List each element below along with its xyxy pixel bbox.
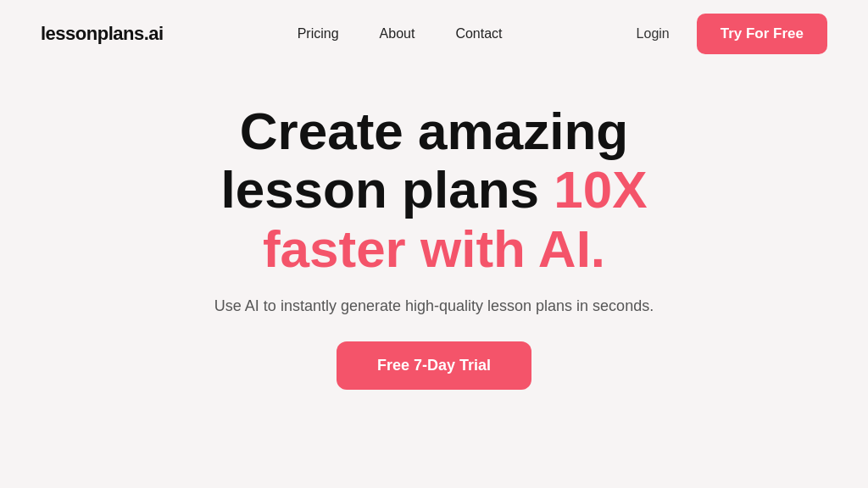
login-link[interactable]: Login (637, 26, 670, 42)
free-trial-button[interactable]: Free 7-Day Trial (337, 341, 531, 390)
nav-item-pricing[interactable]: Pricing (298, 26, 339, 42)
brand-logo[interactable]: lessonplans.ai (41, 23, 164, 45)
hero-subtitle: Use AI to instantly generate high-qualit… (214, 295, 654, 318)
hero-title-line1: Create amazing (240, 102, 628, 160)
nav-right: Login Try For Free (637, 14, 827, 54)
nav-links: Pricing About Contact (298, 26, 503, 42)
nav-item-about[interactable]: About (380, 26, 415, 42)
hero-title-line2: lesson plans (220, 160, 554, 219)
navbar: lessonplans.ai Pricing About Contact Log… (0, 0, 868, 68)
nav-link-pricing[interactable]: Pricing (298, 26, 339, 41)
nav-link-about[interactable]: About (380, 26, 415, 41)
hero-title: Create amazing lesson plans 10X faster w… (220, 102, 647, 278)
try-for-free-button[interactable]: Try For Free (697, 14, 827, 54)
nav-item-contact[interactable]: Contact (455, 26, 502, 42)
hero-title-line3: faster with AI. (263, 219, 605, 278)
hero-title-highlight: 10X (554, 160, 647, 219)
hero-section: Create amazing lesson plans 10X faster w… (0, 68, 868, 390)
logo-text: lessonplans.ai (41, 23, 164, 44)
nav-link-contact[interactable]: Contact (455, 26, 502, 41)
